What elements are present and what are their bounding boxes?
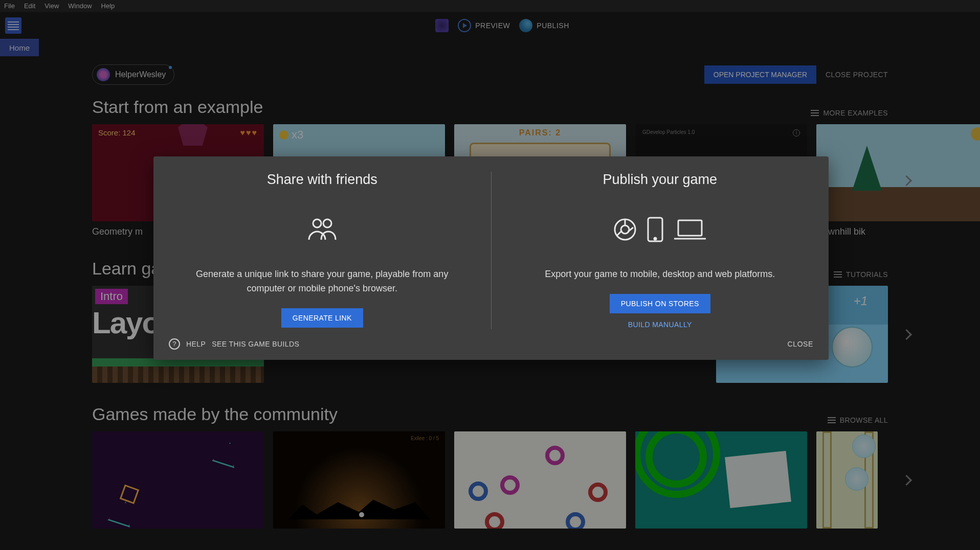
chrome-icon [613, 217, 637, 244]
svg-point-3 [621, 225, 629, 234]
publish-title: Publish your game [516, 172, 805, 188]
publish-desc: Export your game to mobile, desktop and … [516, 267, 805, 282]
share-panel: Share with friends Generate a unique lin… [153, 172, 491, 329]
people-icon [307, 217, 338, 244]
build-manually-link[interactable]: BUILD MANUALLY [628, 320, 692, 329]
help-link[interactable]: HELP [186, 340, 206, 348]
generate-link-button[interactable]: GENERATE LINK [281, 308, 363, 328]
share-desc: Generate a unique link to share your gam… [178, 267, 466, 296]
publish-on-stores-button[interactable]: PUBLISH ON STORES [610, 294, 710, 313]
close-button[interactable]: CLOSE [788, 340, 813, 348]
publish-dialog: Share with friends Generate a unique lin… [153, 156, 829, 360]
help-icon[interactable]: ? [169, 338, 180, 350]
see-builds-link[interactable]: SEE THIS GAME BUILDS [212, 340, 299, 348]
phone-icon [647, 216, 664, 245]
share-title: Share with friends [178, 172, 466, 188]
laptop-icon [673, 217, 707, 244]
svg-point-5 [654, 238, 656, 240]
svg-point-0 [313, 219, 321, 227]
svg-point-1 [323, 219, 331, 227]
publish-panel: Publish your game Export your game to mo… [492, 172, 829, 329]
svg-rect-6 [678, 220, 702, 236]
